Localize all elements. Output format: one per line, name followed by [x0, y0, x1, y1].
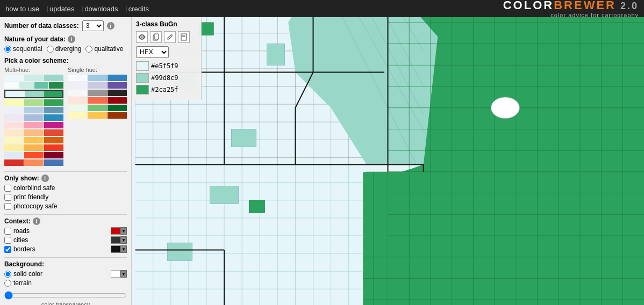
swatch[interactable]	[44, 159, 63, 166]
multi-hue-row-10[interactable]	[4, 144, 63, 151]
only-show-info-icon[interactable]: i	[41, 175, 49, 182]
color-swatch-1[interactable]	[136, 61, 149, 71]
swatch[interactable]	[44, 107, 63, 113]
roads-color-dropdown[interactable]: ▼	[120, 227, 127, 235]
roads-checkbox[interactable]	[4, 228, 11, 235]
colorblind-checkbox[interactable]	[4, 185, 11, 192]
swatch[interactable]	[44, 114, 63, 121]
swatch[interactable]	[44, 99, 63, 106]
nav-how-to-use[interactable]: how to use	[5, 5, 39, 13]
swatch[interactable]	[24, 144, 44, 151]
swatch[interactable]	[108, 82, 127, 89]
swatch[interactable]	[24, 129, 44, 136]
single-hue-row-1[interactable]	[68, 75, 127, 81]
swatch[interactable]	[68, 82, 87, 89]
swatch[interactable]	[44, 122, 63, 128]
swatch[interactable]	[5, 91, 24, 97]
swatch[interactable]	[68, 75, 87, 81]
swatch[interactable]	[108, 112, 127, 119]
multi-hue-row-4[interactable]	[4, 99, 63, 106]
cities-color-swatch[interactable]	[111, 236, 120, 244]
swatch[interactable]	[44, 91, 62, 97]
single-hue-row-3[interactable]	[68, 90, 127, 96]
swatch[interactable]	[44, 129, 63, 136]
bg-color-swatch[interactable]	[111, 270, 120, 278]
preview-icon[interactable]	[136, 31, 148, 43]
nav-updates[interactable]: updates	[49, 5, 74, 13]
swatch[interactable]	[24, 75, 44, 81]
swatch[interactable]	[4, 114, 24, 121]
swatch[interactable]	[68, 90, 87, 96]
swatch[interactable]	[4, 122, 24, 128]
roads-color-swatch[interactable]	[111, 227, 120, 235]
borders-color-swatch[interactable]	[111, 245, 120, 253]
swatch[interactable]	[24, 99, 44, 106]
swatch[interactable]	[4, 129, 24, 136]
cities-color-dropdown[interactable]: ▼	[120, 236, 127, 244]
cities-checkbox[interactable]	[4, 237, 11, 244]
swatch[interactable]	[24, 159, 44, 166]
classes-select[interactable]: 345 678 9101112	[82, 20, 104, 31]
swatch[interactable]	[19, 82, 34, 89]
swatch[interactable]	[4, 159, 24, 166]
nav-credits[interactable]: credits	[128, 5, 149, 13]
swatch[interactable]	[24, 137, 44, 143]
swatch[interactable]	[44, 152, 63, 158]
swatch[interactable]	[108, 75, 127, 81]
swatch[interactable]	[24, 122, 44, 128]
photocopy-checkbox[interactable]	[4, 203, 11, 210]
classes-info-icon[interactable]: i	[107, 22, 115, 30]
nature-diverging-radio[interactable]	[47, 46, 54, 53]
nature-qualitative[interactable]: qualitative	[85, 45, 123, 53]
nature-qualitative-radio[interactable]	[85, 46, 92, 53]
swatch[interactable]	[44, 137, 63, 143]
swatch[interactable]	[24, 152, 44, 158]
swatch[interactable]	[108, 97, 127, 104]
copy-icon[interactable]	[150, 31, 162, 43]
swatch[interactable]	[49, 82, 63, 89]
multi-hue-row-12[interactable]	[4, 159, 63, 166]
multi-hue-row-2[interactable]	[4, 82, 63, 89]
nav-downloads[interactable]: downloads	[84, 5, 118, 13]
print-checkbox[interactable]	[4, 194, 11, 201]
multi-hue-row-1[interactable]	[4, 75, 63, 81]
multi-hue-row-8[interactable]	[4, 129, 63, 136]
swatch[interactable]	[88, 105, 107, 111]
single-hue-row-6[interactable]	[68, 112, 127, 119]
bg-solid-radio[interactable]	[4, 271, 11, 278]
swatch[interactable]	[34, 82, 49, 89]
swatch[interactable]	[88, 97, 107, 104]
swatch[interactable]	[4, 107, 24, 113]
borders-color-dropdown[interactable]: ▼	[120, 245, 127, 253]
multi-hue-row-11[interactable]	[4, 152, 63, 158]
nature-sequential-radio[interactable]	[4, 46, 11, 53]
nature-diverging[interactable]: diverging	[47, 45, 82, 53]
bg-solid-label[interactable]: solid color	[4, 270, 42, 278]
swatch[interactable]	[88, 75, 107, 81]
swatch[interactable]	[4, 75, 24, 81]
nature-sequential[interactable]: sequential	[4, 45, 42, 53]
swatch[interactable]	[88, 90, 107, 96]
swatch[interactable]	[24, 114, 44, 121]
multi-hue-row-7[interactable]	[4, 122, 63, 128]
swatch[interactable]	[4, 82, 19, 89]
swatch[interactable]	[88, 82, 107, 89]
bg-color-dropdown[interactable]: ▼	[120, 270, 127, 278]
swatch[interactable]	[24, 107, 44, 113]
bg-terrain-label[interactable]: terrain	[4, 279, 32, 287]
single-hue-row-2[interactable]	[68, 82, 127, 89]
swatch[interactable]	[68, 112, 87, 119]
swatch[interactable]	[44, 144, 63, 151]
context-info-icon[interactable]: i	[33, 217, 40, 225]
format-select[interactable]: HEX RGB CMYK	[136, 46, 169, 58]
swatch[interactable]	[68, 105, 87, 111]
swatch[interactable]	[4, 99, 24, 106]
single-hue-row-4[interactable]	[68, 97, 127, 104]
swatch[interactable]	[108, 105, 127, 111]
swatch[interactable]	[4, 144, 24, 151]
multi-hue-row-6[interactable]	[4, 114, 63, 121]
nature-info-icon[interactable]: i	[68, 35, 75, 43]
bg-terrain-radio[interactable]	[4, 280, 11, 287]
multi-hue-row-5[interactable]	[4, 107, 63, 113]
multi-hue-row-9[interactable]	[4, 137, 63, 143]
